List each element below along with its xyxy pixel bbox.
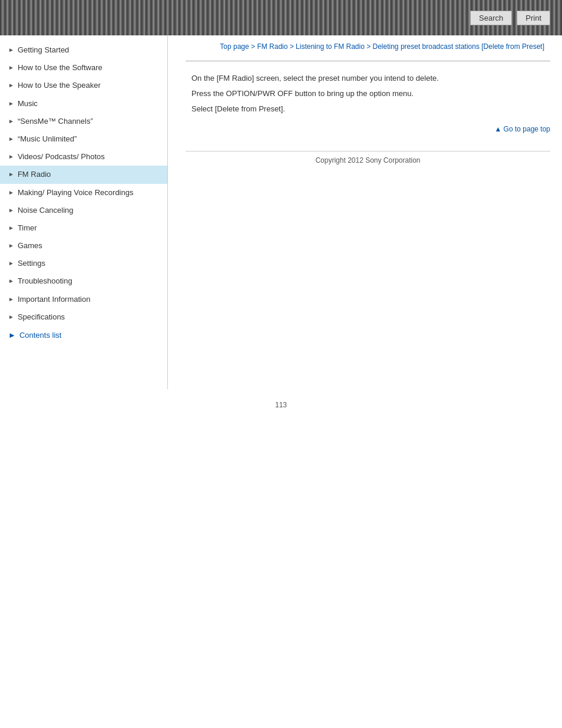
breadcrumb-current: Deleting preset broadcast stations [Dele… — [373, 42, 544, 51]
sidebar: ► Getting Started ► How to Use the Softw… — [0, 35, 168, 389]
go-to-top[interactable]: ▲ Go to page top — [186, 125, 550, 133]
step2-text: Press the OPTION/PWR OFF button to bring… — [191, 87, 544, 100]
sidebar-item-label: “SensMe™ Channels” — [18, 116, 161, 127]
arrow-icon: ► — [8, 295, 14, 304]
arrow-icon: ► — [8, 224, 14, 232]
arrow-icon: ► — [8, 135, 14, 143]
sidebar-item-music[interactable]: ► Music — [0, 95, 167, 113]
sidebar-item-label: Music — [18, 98, 161, 109]
header: Search Print — [0, 0, 562, 35]
arrow-icon: ► — [8, 100, 14, 108]
sidebar-item-timer[interactable]: ► Timer — [0, 219, 167, 237]
page-number: 113 — [0, 401, 562, 415]
footer-copyright: Copyright 2012 Sony Corporation — [186, 156, 550, 176]
arrow-icon: ► — [8, 81, 14, 90]
sidebar-item-label: Games — [18, 241, 161, 251]
arrow-icon: ► — [8, 277, 14, 285]
sidebar-item-how-to-use-software[interactable]: ► How to Use the Software — [0, 59, 167, 77]
sidebar-item-label: Important Information — [18, 294, 161, 305]
main-content: Top page > FM Radio > Listening to FM Ra… — [168, 35, 562, 188]
footer-divider — [186, 151, 550, 151]
sidebar-item-label: Settings — [18, 258, 161, 269]
go-to-top-link[interactable]: ▲ Go to page top — [494, 125, 550, 133]
sidebar-item-troubleshooting[interactable]: ► Troubleshooting — [0, 272, 167, 290]
sidebar-item-label: Making/ Playing Voice Recordings — [18, 187, 161, 198]
right-arrow-icon: ► — [8, 331, 16, 340]
sidebar-item-specifications[interactable]: ► Specifications — [0, 308, 167, 326]
arrow-icon: ► — [8, 313, 14, 321]
breadcrumb: Top page > FM Radio > Listening to FM Ra… — [186, 41, 550, 52]
sidebar-item-label: FM Radio — [18, 169, 161, 180]
sidebar-item-label: Timer — [18, 223, 161, 233]
arrow-icon: ► — [8, 153, 14, 161]
sidebar-item-label: Getting Started — [18, 45, 161, 55]
sidebar-item-fm-radio[interactable]: ► FM Radio — [0, 166, 167, 183]
content-divider — [186, 61, 550, 61]
sidebar-item-sensme-channels[interactable]: ► “SensMe™ Channels” — [0, 113, 167, 130]
sidebar-item-getting-started[interactable]: ► Getting Started — [0, 41, 167, 59]
sidebar-item-noise-canceling[interactable]: ► Noise Canceling — [0, 202, 167, 219]
arrow-icon: ► — [8, 46, 14, 54]
arrow-icon: ► — [8, 206, 14, 215]
sidebar-item-videos-podcasts-photos[interactable]: ► Videos/ Podcasts/ Photos — [0, 148, 167, 166]
print-button[interactable]: Print — [517, 11, 550, 25]
search-button[interactable]: Search — [470, 11, 512, 25]
page-layout: ► Getting Started ► How to Use the Softw… — [0, 35, 562, 389]
step3-text: Select [Delete from Preset]. — [191, 103, 544, 116]
sidebar-item-music-unlimited[interactable]: ► “Music Unlimited” — [0, 130, 167, 148]
sidebar-item-label: Specifications — [18, 312, 161, 322]
breadcrumb-top-page[interactable]: Top page — [220, 42, 249, 51]
breadcrumb-fm-radio[interactable]: FM Radio — [257, 42, 287, 51]
sidebar-item-label: Troubleshooting — [18, 276, 161, 286]
sidebar-item-making-playing-voice-recordings[interactable]: ► Making/ Playing Voice Recordings — [0, 184, 167, 202]
content-body: On the [FM Radio] screen, select the pre… — [186, 72, 550, 116]
breadcrumb-listening[interactable]: Listening to FM Radio — [296, 42, 365, 51]
sidebar-item-important-information[interactable]: ► Important Information — [0, 291, 167, 308]
arrow-icon: ► — [8, 170, 14, 179]
arrow-icon: ► — [8, 117, 14, 126]
sidebar-item-label: How to Use the Speaker — [18, 80, 161, 91]
step1-text: On the [FM Radio] screen, select the pre… — [191, 72, 544, 85]
sidebar-item-how-to-use-speaker[interactable]: ► How to Use the Speaker — [0, 77, 167, 94]
sidebar-item-settings[interactable]: ► Settings — [0, 255, 167, 272]
arrow-icon: ► — [8, 64, 14, 72]
sidebar-item-games[interactable]: ► Games — [0, 237, 167, 255]
sidebar-item-label: Noise Canceling — [18, 205, 161, 216]
sidebar-item-label: “Music Unlimited” — [18, 134, 161, 144]
sidebar-item-label: Videos/ Podcasts/ Photos — [18, 151, 161, 162]
arrow-icon: ► — [8, 242, 14, 250]
arrow-icon: ► — [8, 259, 14, 268]
contents-list-label: Contents list — [19, 331, 62, 340]
arrow-icon: ► — [8, 189, 14, 197]
contents-list-link[interactable]: ► Contents list — [0, 326, 167, 344]
sidebar-item-label: How to Use the Software — [18, 62, 161, 73]
